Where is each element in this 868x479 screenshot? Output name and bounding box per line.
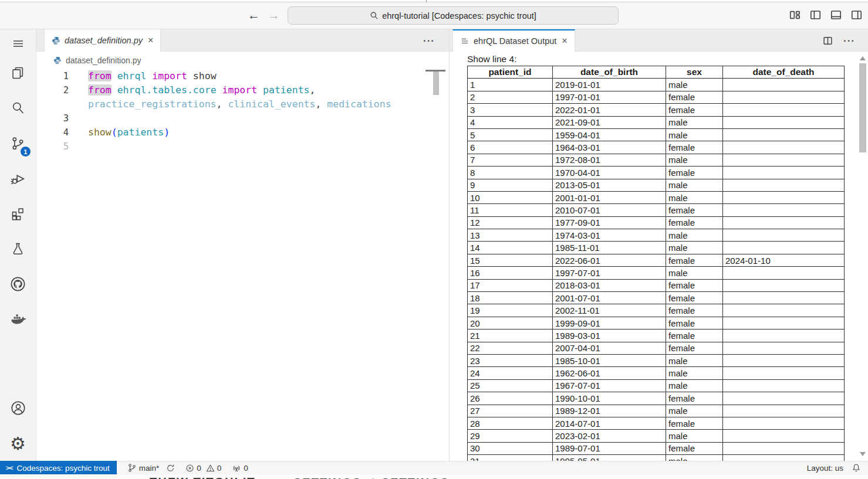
tab-dataset-definition[interactable]: dataset_definition.py × <box>44 29 161 52</box>
code-line[interactable]: 3 <box>36 111 449 125</box>
table-cell: male <box>666 154 723 166</box>
webview-scrollbar[interactable] <box>859 56 866 456</box>
code-lines: 1from ehrql import show2from ehrql.table… <box>36 69 449 154</box>
back-arrow[interactable]: ← <box>248 8 260 22</box>
files-icon <box>10 65 26 81</box>
forward-arrow[interactable]: → <box>268 8 280 22</box>
table-row: 251967-07-01male <box>468 379 845 392</box>
error-count: 0 <box>197 464 201 473</box>
table-cell: female <box>666 141 723 154</box>
table-cell: female <box>666 254 723 266</box>
table-cell: male <box>666 430 723 442</box>
table-cell: 2019-01-01 <box>553 79 666 91</box>
sync-icon <box>166 464 175 473</box>
gear-icon: ⚙ <box>10 435 26 453</box>
branch-status[interactable]: main* <box>127 463 175 473</box>
table-cell: female <box>666 167 723 179</box>
table-cell: female <box>666 392 723 405</box>
menu-button[interactable] <box>0 29 36 57</box>
table-row: 152022-06-01female2024-01-10 <box>468 254 845 266</box>
table-cell: 24 <box>468 367 553 379</box>
table-cell: male <box>666 242 723 254</box>
scroll-down-arrow-icon[interactable] <box>860 452 866 456</box>
table-cell: male <box>666 116 723 128</box>
table-cell: 2014-07-01 <box>553 417 666 429</box>
table-cell: 20 <box>468 317 553 329</box>
table-cell <box>723 342 845 354</box>
customize-layout-icon[interactable] <box>789 9 801 21</box>
sidebar-item-docker[interactable] <box>0 305 36 333</box>
remote-indicator[interactable]: >< Codespaces: psychic trout <box>0 461 117 474</box>
patients-table: patient_iddate_of_birthsexdate_of_death … <box>467 66 845 461</box>
scroll-up-arrow-icon[interactable] <box>860 56 866 60</box>
table-row: 271989-12-01male <box>468 405 845 417</box>
sidebar-item-github[interactable] <box>0 270 36 298</box>
tab-label: ehrQL Dataset Output <box>474 36 556 46</box>
table-cell: 2010-07-01 <box>553 204 666 216</box>
title-bar: ← → ehrql-tutorial [Codespaces: psychic … <box>0 3 868 29</box>
table-cell <box>723 216 845 229</box>
line-number: 1 <box>36 69 69 83</box>
sidebar-item-search[interactable] <box>0 94 36 122</box>
table-cell: 13 <box>468 229 553 242</box>
code-line[interactable]: 5 <box>36 140 449 154</box>
search-icon <box>10 100 26 116</box>
split-editor-icon[interactable] <box>823 36 833 46</box>
sidebar-item-extensions[interactable] <box>0 199 36 227</box>
ports-status[interactable]: 0 <box>232 464 248 473</box>
table-cell: 1970-04-01 <box>553 167 666 179</box>
table-cell: 2021-09-01 <box>553 116 666 128</box>
table-cell: 27 <box>468 405 553 417</box>
sidebar-item-testing[interactable] <box>0 235 36 263</box>
table-cell: 1989-07-01 <box>553 442 666 454</box>
table-cell: 1997-01-01 <box>553 91 666 103</box>
toggle-panel-icon[interactable] <box>830 9 842 21</box>
more-actions-icon[interactable]: ··· <box>843 36 855 46</box>
search-icon <box>370 11 379 20</box>
breadcrumb-label: dataset_definition.py <box>66 56 141 65</box>
scrollbar-thumb[interactable] <box>859 63 866 152</box>
accounts-button[interactable] <box>0 394 36 422</box>
account-icon <box>10 400 26 416</box>
close-icon[interactable]: × <box>147 36 154 45</box>
settings-button[interactable]: ⚙ <box>0 430 36 458</box>
sidebar-item-source-control[interactable]: 1 <box>0 130 36 158</box>
table-cell: 6 <box>468 141 553 154</box>
table-cell: 2001-07-01 <box>553 292 666 304</box>
breadcrumb[interactable]: dataset_definition.py <box>36 52 449 69</box>
table-row: 71972-08-01male <box>468 154 845 166</box>
bell-icon[interactable] <box>852 463 861 473</box>
code-line[interactable]: 4show(patients) <box>36 125 449 140</box>
table-cell: 1997-07-01 <box>553 267 666 279</box>
more-actions-icon[interactable]: ··· <box>423 36 435 46</box>
table-cell: 31 <box>468 455 553 461</box>
close-icon[interactable]: × <box>560 36 568 46</box>
code-editor[interactable]: 1from ehrql import show2from ehrql.table… <box>36 69 449 461</box>
table-cell <box>723 116 845 128</box>
sidebar-item-run-debug[interactable] <box>0 164 36 192</box>
sidebar-item-explorer[interactable] <box>0 59 36 87</box>
table-cell: female <box>666 279 723 291</box>
github-icon <box>9 276 26 293</box>
table-cell <box>723 417 845 429</box>
table-row: 241962-06-01male <box>468 367 845 379</box>
command-center-search[interactable]: ehrql-tutorial [Codespaces: psychic trou… <box>288 6 619 25</box>
table-cell: female <box>666 442 723 454</box>
table-row: 121977-09-01female <box>468 216 845 229</box>
table-cell <box>723 292 845 304</box>
table-cell: 8 <box>468 167 553 179</box>
code-line[interactable]: 1from ehrql import show <box>36 69 449 83</box>
editor-scrollbar[interactable] <box>433 72 439 95</box>
tab-ehrql-dataset-output[interactable]: ehrQL Dataset Output × <box>452 29 575 52</box>
problems-status[interactable]: 0 0 <box>185 464 221 473</box>
keyboard-layout-status[interactable]: Layout: us <box>807 464 843 473</box>
toggle-primary-sidebar-icon[interactable] <box>810 9 821 21</box>
toggle-secondary-sidebar-icon[interactable] <box>851 9 862 21</box>
table-cell: 1989-03-01 <box>553 329 666 342</box>
output-list-icon <box>460 36 470 46</box>
code-line[interactable]: 2from ehrql.tables.core import patients, <box>36 83 449 97</box>
table-cell: 1967-07-01 <box>553 379 666 392</box>
table-cell: 4 <box>468 116 553 128</box>
table-row: 42021-09-01male <box>468 116 845 128</box>
code-line[interactable]: practice_registrations, clinical_events,… <box>36 97 449 111</box>
